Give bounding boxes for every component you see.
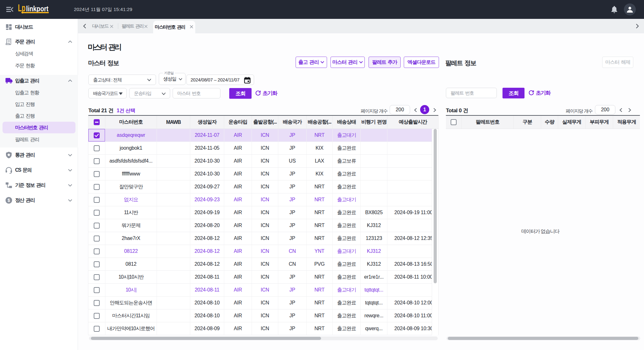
svg-text:linkport: linkport bbox=[26, 5, 48, 13]
svg-text:$: $ bbox=[8, 198, 10, 203]
